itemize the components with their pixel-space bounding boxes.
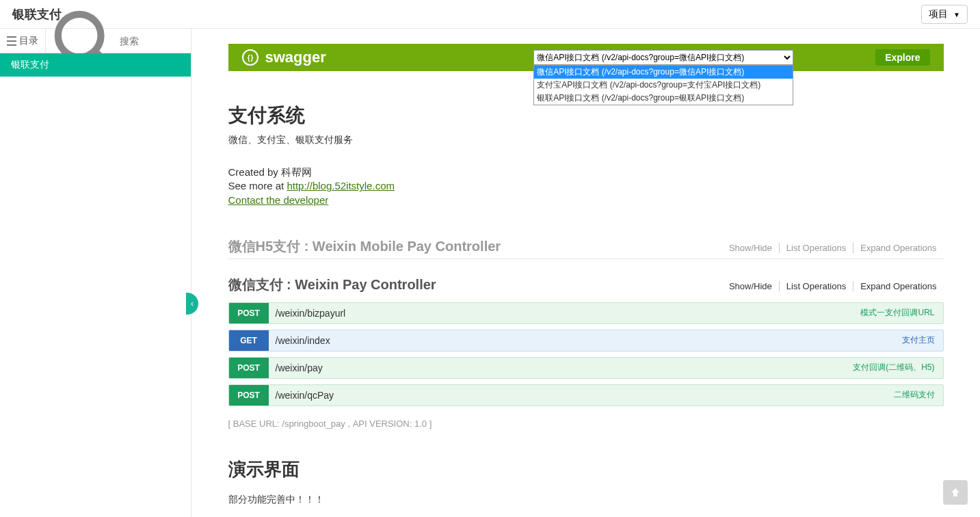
created-by: 科帮网	[281, 166, 312, 178]
list-ops-button[interactable]: List Operations	[779, 281, 853, 291]
dropdown-option[interactable]: 微信API接口文档 (/v2/api-docs?group=微信API接口文档)	[534, 66, 793, 79]
http-method-badge: POST	[229, 303, 269, 323]
showhide-button[interactable]: Show/Hide	[722, 281, 779, 291]
endpoint-path: /weixin/pay	[269, 362, 853, 373]
demo-heading: 演示界面	[228, 458, 944, 481]
api-meta: Created by 科帮网 See more at http://blog.5…	[228, 165, 944, 207]
tag-weixin-h5[interactable]: 微信H5支付 : Weixin Mobile Pay Controller Sh…	[228, 230, 944, 259]
swagger-logo: { } swagger	[242, 49, 326, 66]
contact-developer-link[interactable]: Contact the developer	[228, 194, 329, 206]
operation-row[interactable]: POST/weixin/qcPay二维码支付	[228, 384, 944, 406]
menu-icon	[7, 36, 16, 46]
toc-button[interactable]: 目录	[0, 29, 46, 53]
created-by-prefix: Created by	[228, 166, 282, 178]
tag-desc: Weixin Pay Controller	[295, 277, 436, 292]
main-content: { } swagger 微信API接口文档 (/v2/api-docs?grou…	[191, 29, 980, 517]
tag-weixin-pay[interactable]: 微信支付 : Weixin Pay Controller Show/Hide L…	[228, 269, 944, 297]
project-dropdown-button[interactable]: 项目 ▼	[921, 5, 968, 24]
swagger-brand: swagger	[265, 49, 326, 66]
endpoint-path: /weixin/index	[269, 335, 902, 346]
api-version-label: API VERSION	[353, 419, 410, 429]
dropdown-option[interactable]: 支付宝API接口文档 (/v2/api-docs?group=支付宝API接口文…	[534, 79, 793, 92]
base-url-label: BASE URL	[233, 419, 277, 429]
demo-note: 部分功能完善中！！！	[228, 494, 944, 506]
base-info: [ BASE URL: /springboot_pay , API VERSIO…	[228, 419, 944, 429]
api-title: 支付系统	[228, 103, 944, 129]
showhide-button[interactable]: Show/Hide	[722, 243, 779, 253]
svg-point-0	[58, 14, 101, 57]
endpoint-summary: 模式一支付回调URL	[860, 307, 942, 319]
base-url: /springboot_pay	[282, 419, 345, 429]
search-input[interactable]	[120, 36, 184, 47]
tag-name: 微信H5支付	[228, 239, 301, 254]
dropdown-option[interactable]: 银联API接口文档 (/v2/api-docs?group=银联API接口文档)	[534, 92, 793, 105]
expand-ops-button[interactable]: Expand Operations	[853, 243, 943, 253]
see-more-prefix: See more at	[228, 180, 287, 191]
tag-name: 微信支付	[228, 277, 283, 292]
api-doc-dropdown: 微信API接口文档 (/v2/api-docs?group=微信API接口文档)…	[533, 65, 793, 105]
tag-desc: Weixin Mobile Pay Controller	[313, 239, 501, 254]
http-method-badge: GET	[229, 330, 269, 351]
endpoint-summary: 二维码支付	[894, 389, 943, 401]
caret-down-icon: ▼	[953, 11, 960, 18]
endpoints-list: POST/weixin/bizpayurl模式一支付回调URLGET/weixi…	[228, 302, 944, 406]
operation-row[interactable]: GET/weixin/index支付主页	[228, 330, 944, 352]
toc-label: 目录	[19, 35, 38, 47]
explore-button[interactable]: Explore	[875, 49, 929, 66]
api-subtitle: 微信、支付宝、银联支付服务	[228, 134, 944, 146]
swagger-icon: { }	[242, 49, 259, 66]
sidebar-item-unionpay[interactable]: 银联支付	[0, 53, 191, 77]
http-method-badge: POST	[229, 385, 269, 406]
expand-ops-button[interactable]: Expand Operations	[853, 281, 943, 291]
endpoint-summary: 支付主页	[902, 334, 943, 346]
sidebar: 目录 银联支付	[0, 29, 191, 517]
project-label: 项目	[929, 8, 948, 19]
http-method-badge: POST	[229, 358, 269, 378]
search-wrapper[interactable]	[46, 29, 191, 53]
list-ops-button[interactable]: List Operations	[779, 243, 853, 253]
tag-ops: Show/Hide List Operations Expand Operati…	[722, 243, 944, 253]
arrow-up-icon	[949, 486, 962, 499]
see-more-link[interactable]: http://blog.52itstyle.com	[287, 180, 395, 191]
endpoint-summary: 支付回调(二维码、H5)	[853, 362, 942, 373]
api-version: 1.0	[414, 419, 427, 429]
api-doc-select-wrapper: 微信API接口文档 (/v2/api-docs?group=微信API接口文档)…	[533, 50, 793, 65]
topbar: 银联支付 项目 ▼	[0, 0, 980, 29]
api-doc-select[interactable]: 微信API接口文档 (/v2/api-docs?group=微信API接口文档)	[533, 50, 793, 65]
endpoint-path: /weixin/bizpayurl	[269, 308, 861, 319]
operation-row[interactable]: POST/weixin/bizpayurl模式一支付回调URL	[228, 302, 944, 324]
endpoint-path: /weixin/qcPay	[269, 390, 894, 401]
sidebar-toolbar: 目录	[0, 29, 191, 53]
tag-ops: Show/Hide List Operations Expand Operati…	[722, 281, 944, 291]
swagger-header: { } swagger 微信API接口文档 (/v2/api-docs?grou…	[228, 44, 944, 71]
scroll-to-top-button[interactable]	[943, 480, 968, 505]
operation-row[interactable]: POST/weixin/pay支付回调(二维码、H5)	[228, 357, 944, 379]
